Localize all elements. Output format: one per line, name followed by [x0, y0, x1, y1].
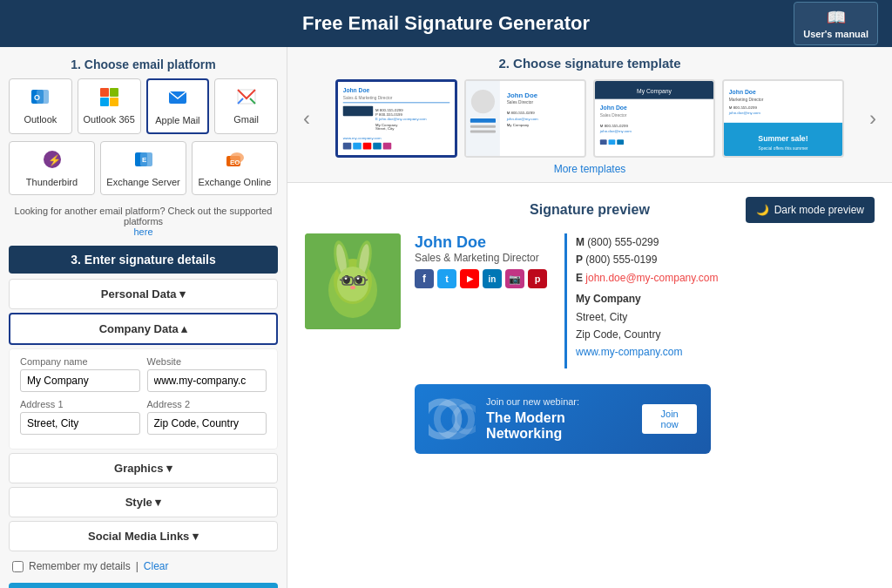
svg-rect-34	[383, 143, 392, 150]
more-templates-link[interactable]: More templates	[287, 163, 892, 175]
social-media-accordion[interactable]: Social Media Links ▾	[9, 521, 278, 551]
sig-phone-m: M (800) 555-0299	[576, 233, 718, 251]
instagram-icon[interactable]: 📷	[505, 269, 524, 288]
svg-text:www.my-company.com: www.my-company.com	[343, 136, 382, 140]
carousel-next[interactable]: ›	[862, 106, 883, 131]
svg-text:john.doe@my.com: john.doe@my.com	[728, 111, 760, 115]
remember-checkbox[interactable]	[12, 561, 24, 572]
clear-link[interactable]: Clear	[144, 560, 169, 572]
exchange-server-label: Exchange Server	[106, 177, 179, 187]
svg-text:John Doe: John Doe	[600, 105, 627, 111]
sig-banner-sub: Join our new webinar:	[486, 396, 642, 407]
manual-button[interactable]: 📖 User's manual	[794, 2, 878, 45]
dark-mode-label: Dark mode preview	[774, 204, 864, 216]
gmail-label: Gmail	[233, 114, 259, 125]
remember-label: Remember my details	[29, 560, 131, 572]
youtube-icon[interactable]: ▶	[460, 269, 479, 288]
signature-preview-box: John Doe Sales & Marketing Director f t …	[305, 233, 875, 454]
personal-data-accordion[interactable]: Personal Data ▾	[9, 279, 278, 309]
svg-rect-54	[609, 139, 616, 145]
template-1[interactable]: John Doe Sales & Marketing Director M 80…	[335, 79, 457, 158]
gmail-icon	[219, 86, 274, 112]
platform-exchange-server[interactable]: E Exchange Server	[100, 141, 186, 195]
sig-email: E john.doe@my-company.com	[576, 269, 718, 287]
platform-info-text: Looking for another email platform? Chec…	[0, 202, 287, 240]
company-data-accordion[interactable]: Company Data ▴	[9, 313, 278, 345]
graphics-accordion[interactable]: Graphics ▾	[9, 453, 278, 483]
svg-point-76	[350, 286, 355, 289]
email-label: E	[576, 272, 583, 284]
template-4[interactable]: Summer sale! Special offers this summer …	[722, 79, 844, 158]
template-carousel: ‹ John Doe Sales & Marketing Director M …	[287, 79, 892, 158]
address2-label: Address 2	[147, 399, 267, 409]
svg-rect-33	[373, 143, 382, 150]
platform-thunderbird[interactable]: ⚡ Thunderbird	[9, 141, 95, 195]
template-section-title: 2. Choose signature template	[287, 56, 892, 71]
right-panel: 2. Choose signature template ‹ John Doe …	[287, 47, 892, 588]
address2-input[interactable]	[147, 412, 267, 435]
address1-label: Address 1	[20, 399, 140, 409]
svg-rect-32	[363, 143, 372, 150]
dark-mode-button[interactable]: 🌙 Dark mode preview	[746, 197, 875, 223]
svg-text:john.doe@my.com: john.doe@my.com	[599, 129, 632, 133]
website-input[interactable]	[147, 369, 267, 392]
platform-outlook[interactable]: O Outlook	[9, 78, 72, 134]
website-label: Website	[147, 356, 267, 367]
twitter-icon[interactable]: t	[437, 269, 456, 288]
sig-company: My Company	[576, 290, 718, 308]
svg-text:Sales Director: Sales Director	[600, 113, 627, 118]
address1-group: Address 1	[20, 399, 140, 435]
facebook-icon[interactable]: f	[415, 269, 434, 288]
svg-text:E john.doe@my-company.com: E john.doe@my-company.com	[375, 117, 427, 121]
company-data-form: Company name Website Address 1 Address 2	[9, 348, 278, 449]
platform-gmail[interactable]: Gmail	[214, 78, 278, 134]
svg-text:Sales Director: Sales Director	[507, 100, 534, 105]
svg-rect-38	[470, 118, 496, 123]
outlook365-icon	[82, 86, 137, 112]
company-name-label: Company name	[20, 356, 140, 367]
platform-exchange-online[interactable]: EO Exchange Online	[192, 141, 278, 195]
preview-header: Signature preview 🌙 Dark mode preview	[305, 197, 875, 223]
preview-section: Signature preview 🌙 Dark mode preview	[287, 183, 892, 468]
style-accordion[interactable]: Style ▾	[9, 487, 278, 517]
left-panel: 1. Choose email platform O Outlook Outlo…	[0, 47, 287, 588]
platform-grid-bottom: ⚡ Thunderbird E Exchange Server EO Excha…	[0, 141, 287, 202]
company-name-input[interactable]	[20, 369, 140, 392]
sig-contact: M (800) 555-0299 P (800) 555-0199 E john…	[564, 233, 718, 368]
platform-outlook365[interactable]: Outlook 365	[78, 78, 141, 134]
svg-rect-3	[100, 88, 109, 97]
carousel-prev[interactable]: ‹	[296, 106, 317, 131]
svg-text:M 800-555-0299: M 800-555-0299	[729, 105, 758, 110]
sig-banner-join-button[interactable]: Join now	[642, 404, 697, 434]
svg-rect-53	[600, 139, 607, 145]
svg-text:John Doe: John Doe	[729, 89, 756, 95]
exchange-online-label: Exchange Online	[199, 177, 272, 187]
sig-job-title: Sales & Marketing Director	[415, 252, 547, 264]
template-section: 2. Choose signature template ‹ John Doe …	[287, 47, 892, 183]
sig-info-block: John Doe Sales & Marketing Director f t …	[415, 233, 875, 454]
platform-apple-mail[interactable]: Apple Mail	[146, 78, 210, 134]
svg-rect-6	[110, 98, 118, 106]
moon-icon: 🌙	[756, 204, 769, 216]
address2-group: Address 2	[147, 399, 267, 435]
exchange-server-icon: E	[105, 149, 182, 174]
template-3[interactable]: My Company John Doe Sales Director M 800…	[593, 79, 715, 158]
linkedin-icon[interactable]: in	[483, 269, 502, 288]
outlook-icon: O	[13, 86, 68, 112]
svg-rect-23	[343, 106, 373, 116]
platform-info-link[interactable]: here	[133, 226, 152, 237]
style-label: Style ▾	[125, 496, 162, 509]
svg-text:John Doe: John Doe	[507, 91, 538, 99]
personal-data-label: Personal Data ▾	[101, 287, 186, 301]
sig-banner-title: The Modern Networking	[486, 410, 642, 442]
pinterest-icon[interactable]: p	[528, 269, 547, 288]
svg-text:M 800-555-0299: M 800-555-0299	[600, 124, 629, 128]
svg-rect-30	[343, 143, 352, 150]
phone-m-label: M	[576, 236, 585, 248]
platform-grid-top: O Outlook Outlook 365 Apple Mail	[0, 78, 287, 141]
svg-text:john.doe@my.com: john.doe@my.com	[506, 117, 538, 121]
template-2[interactable]: John Doe Sales Director M 800-555-0299 j…	[464, 79, 586, 158]
apply-button[interactable]: 4. Apply your signature ▶	[9, 583, 278, 588]
company-data-label: Company Data ▴	[99, 322, 188, 335]
address1-input[interactable]	[20, 412, 140, 435]
